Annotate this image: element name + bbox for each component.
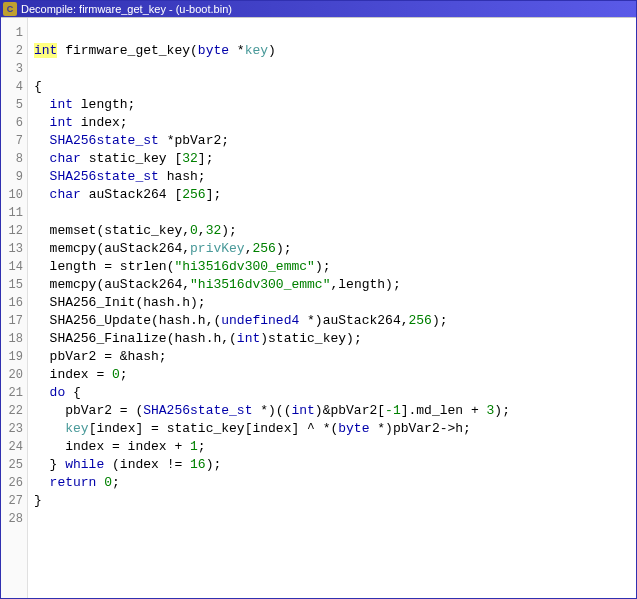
code-line[interactable]: } bbox=[34, 492, 636, 510]
code-line[interactable]: SHA256state_st hash; bbox=[34, 168, 636, 186]
line-number: 21 bbox=[1, 384, 27, 402]
code-line[interactable]: memset(static_key,0,32); bbox=[34, 222, 636, 240]
code-line[interactable]: char static_key [32]; bbox=[34, 150, 636, 168]
code-line[interactable]: int firmware_get_key(byte *key) bbox=[34, 42, 636, 60]
code-line[interactable]: } while (index != 16); bbox=[34, 456, 636, 474]
code-line[interactable]: index = 0; bbox=[34, 366, 636, 384]
line-number: 14 bbox=[1, 258, 27, 276]
line-number: 27 bbox=[1, 492, 27, 510]
line-number: 8 bbox=[1, 150, 27, 168]
line-number: 26 bbox=[1, 474, 27, 492]
line-number: 19 bbox=[1, 348, 27, 366]
line-number: 12 bbox=[1, 222, 27, 240]
decompiler-content: 1234567891011121314151617181920212223242… bbox=[1, 17, 636, 598]
line-number: 10 bbox=[1, 186, 27, 204]
code-line[interactable]: { bbox=[34, 78, 636, 96]
line-number: 25 bbox=[1, 456, 27, 474]
line-number: 6 bbox=[1, 114, 27, 132]
line-number: 7 bbox=[1, 132, 27, 150]
decompiler-window: C Decompile: firmware_get_key - (u-boot.… bbox=[0, 0, 637, 599]
code-line[interactable] bbox=[34, 510, 636, 528]
code-line[interactable]: length = strlen("hi3516dv300_emmc"); bbox=[34, 258, 636, 276]
code-line[interactable]: memcpy(auStack264,"hi3516dv300_emmc",len… bbox=[34, 276, 636, 294]
code-line[interactable]: pbVar2 = (SHA256state_st *)((int)&pbVar2… bbox=[34, 402, 636, 420]
line-number: 28 bbox=[1, 510, 27, 528]
code-line[interactable]: int index; bbox=[34, 114, 636, 132]
code-view[interactable]: int firmware_get_key(byte *key) { int le… bbox=[28, 18, 636, 598]
code-line[interactable] bbox=[34, 60, 636, 78]
line-number: 11 bbox=[1, 204, 27, 222]
code-line[interactable]: SHA256_Update(hash.h,(undefined4 *)auSta… bbox=[34, 312, 636, 330]
line-number: 5 bbox=[1, 96, 27, 114]
app-icon: C bbox=[3, 2, 17, 16]
code-line[interactable]: SHA256_Finalize(hash.h,(int)static_key); bbox=[34, 330, 636, 348]
window-title: Decompile: firmware_get_key - (u-boot.bi… bbox=[21, 1, 232, 17]
code-line[interactable]: key[index] = static_key[index] ^ *(byte … bbox=[34, 420, 636, 438]
code-line[interactable] bbox=[34, 24, 636, 42]
line-number: 24 bbox=[1, 438, 27, 456]
code-line[interactable] bbox=[34, 204, 636, 222]
line-number: 3 bbox=[1, 60, 27, 78]
line-number: 17 bbox=[1, 312, 27, 330]
line-number: 22 bbox=[1, 402, 27, 420]
line-number: 2 bbox=[1, 42, 27, 60]
line-number: 18 bbox=[1, 330, 27, 348]
code-line[interactable]: memcpy(auStack264,privKey,256); bbox=[34, 240, 636, 258]
line-number: 23 bbox=[1, 420, 27, 438]
line-number: 4 bbox=[1, 78, 27, 96]
line-gutter: 1234567891011121314151617181920212223242… bbox=[1, 18, 28, 598]
code-line[interactable]: SHA256state_st *pbVar2; bbox=[34, 132, 636, 150]
line-number: 15 bbox=[1, 276, 27, 294]
code-line[interactable]: pbVar2 = &hash; bbox=[34, 348, 636, 366]
line-number: 1 bbox=[1, 24, 27, 42]
line-number: 20 bbox=[1, 366, 27, 384]
code-line[interactable]: return 0; bbox=[34, 474, 636, 492]
line-number: 13 bbox=[1, 240, 27, 258]
code-line[interactable]: SHA256_Init(hash.h); bbox=[34, 294, 636, 312]
code-line[interactable]: index = index + 1; bbox=[34, 438, 636, 456]
code-line[interactable]: int length; bbox=[34, 96, 636, 114]
line-number: 16 bbox=[1, 294, 27, 312]
code-line[interactable]: char auStack264 [256]; bbox=[34, 186, 636, 204]
titlebar[interactable]: C Decompile: firmware_get_key - (u-boot.… bbox=[1, 1, 636, 17]
line-number: 9 bbox=[1, 168, 27, 186]
code-line[interactable]: do { bbox=[34, 384, 636, 402]
